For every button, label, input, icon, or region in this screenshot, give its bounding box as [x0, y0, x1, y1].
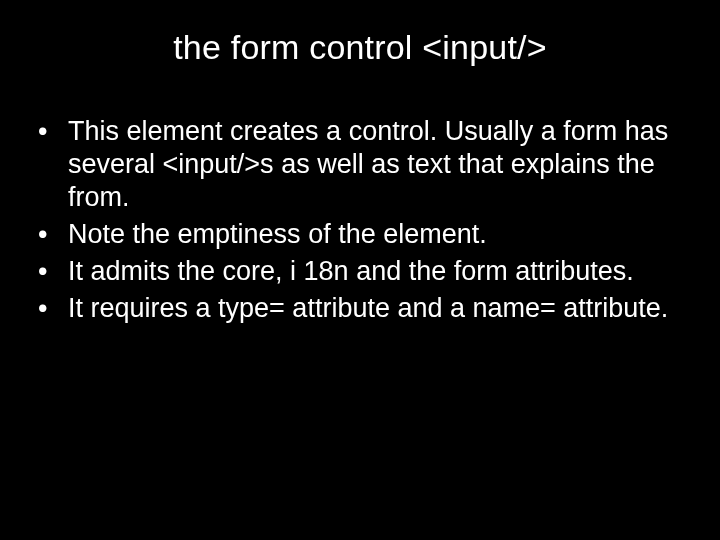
list-item: It admits the core, i 18n and the form a… — [30, 255, 690, 288]
list-item: Note the emptiness of the element. — [30, 218, 690, 251]
slide-title: the form control <input/> — [30, 28, 690, 67]
list-item: It requires a type= attribute and a name… — [30, 292, 690, 325]
bullet-list: This element creates a control. Usually … — [30, 115, 690, 325]
slide: the form control <input/> This element c… — [0, 0, 720, 540]
list-item: This element creates a control. Usually … — [30, 115, 690, 214]
